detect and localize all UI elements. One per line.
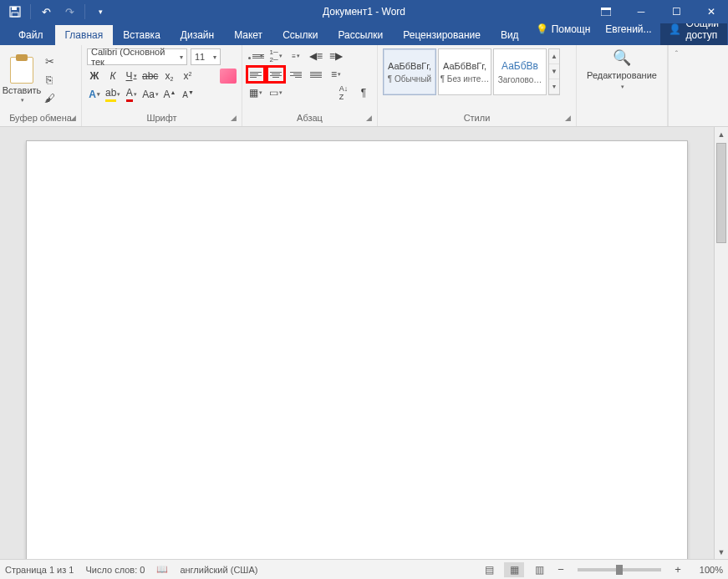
collapse-ribbon-button[interactable]: ˆ xyxy=(668,45,685,126)
highlight-button[interactable]: ab▾ xyxy=(105,87,120,102)
group-paragraph: ▾ 1─2─▾ ≡▾ ◀≡ ≡▶ ≡▾ ▦▾ ▭▾ A↓Z ¶ Абзац xyxy=(242,45,378,126)
language-status[interactable]: английский (США) xyxy=(180,565,257,575)
numbering-button[interactable]: 1─2─▾ xyxy=(267,48,284,63)
tab-design[interactable]: Дизайн xyxy=(171,25,224,45)
group-label: Шрифт xyxy=(87,111,237,124)
page[interactable] xyxy=(26,140,688,559)
clipboard-launcher[interactable]: ◢ xyxy=(68,113,78,123)
tab-mailings[interactable]: Рассылки xyxy=(328,25,393,45)
group-label: Стили xyxy=(383,111,571,124)
styles-launcher[interactable]: ◢ xyxy=(563,113,573,123)
bullets-button[interactable]: ▾ xyxy=(247,48,264,63)
paragraph-launcher[interactable]: ◢ xyxy=(364,113,374,123)
share-icon: 👤 xyxy=(669,23,681,35)
subscript-button[interactable]: x2 xyxy=(161,69,176,84)
zoom-in-button[interactable]: + xyxy=(671,563,685,576)
window-controls: ─ ☐ ✕ xyxy=(589,1,728,23)
format-painter-button[interactable]: 🖌 xyxy=(42,92,57,105)
undo-button[interactable]: ↶ xyxy=(36,2,56,22)
web-layout-button[interactable]: ▥ xyxy=(529,562,549,577)
cut-button[interactable]: ✂ xyxy=(42,55,57,69)
tab-references[interactable]: Ссылки xyxy=(272,25,328,45)
clear-formatting-button[interactable] xyxy=(220,69,237,84)
svg-rect-1 xyxy=(12,7,17,10)
change-case-button[interactable]: Aa▾ xyxy=(142,87,159,102)
show-marks-button[interactable]: ¶ xyxy=(355,85,372,100)
superscript-button[interactable]: x2 xyxy=(180,69,195,84)
status-bar: Страница 1 из 1 Число слов: 0 📖 английск… xyxy=(0,559,728,579)
group-editing: 🔍 Редактирование ▾ xyxy=(577,45,668,126)
font-name-combo[interactable]: Calibri (Основной тек▾ xyxy=(87,48,187,65)
zoom-slider[interactable] xyxy=(578,568,661,571)
copy-button[interactable]: ⎘ xyxy=(42,74,57,87)
document-area: ▲ ▼ xyxy=(0,127,728,559)
tab-file[interactable]: Файл xyxy=(7,25,55,45)
bold-button[interactable]: Ж xyxy=(87,69,102,84)
styles-gallery-scroll[interactable]: ▲▼▾ xyxy=(548,48,560,95)
vertical-scrollbar[interactable]: ▲ ▼ xyxy=(714,127,728,559)
align-left-button[interactable] xyxy=(247,67,264,82)
close-button[interactable]: ✕ xyxy=(695,1,728,23)
lightbulb-icon: 💡 xyxy=(536,23,548,35)
redo-button[interactable]: ↷ xyxy=(59,2,79,22)
underline-button[interactable]: Ч▾ xyxy=(124,69,139,84)
tab-insert[interactable]: Вставка xyxy=(113,25,171,45)
style-heading1[interactable]: АаБбВв Заголово… xyxy=(493,48,547,95)
document-viewport[interactable] xyxy=(0,127,714,559)
line-spacing-button[interactable]: ≡▾ xyxy=(328,67,344,82)
tell-me-button[interactable]: 💡Помощн xyxy=(529,23,598,35)
ribbon: Вставить ▾ ✂ ⎘ 🖌 Буфер обмена ◢ Calibri … xyxy=(0,45,728,127)
ribbon-display-button[interactable] xyxy=(589,1,623,23)
group-label: Буфер обмена xyxy=(5,111,76,124)
italic-button[interactable]: К xyxy=(105,69,120,84)
tab-home[interactable]: Главная xyxy=(55,25,114,45)
tab-review[interactable]: Рецензирование xyxy=(393,25,491,45)
zoom-out-button[interactable]: − xyxy=(554,563,568,576)
scroll-up-button[interactable]: ▲ xyxy=(715,127,728,141)
align-center-button[interactable] xyxy=(267,67,284,82)
scroll-thumb[interactable] xyxy=(716,143,726,243)
title-bar: ↶ ↷ ▾ Документ1 - Word ─ ☐ ✕ xyxy=(0,0,728,23)
font-color-button[interactable]: A▾ xyxy=(124,87,139,102)
tab-layout[interactable]: Макет xyxy=(224,25,272,45)
read-mode-button[interactable]: ▤ xyxy=(479,562,499,577)
page-status[interactable]: Страница 1 из 1 xyxy=(5,565,74,575)
shrink-font-button[interactable]: A▼ xyxy=(181,87,196,102)
find-icon: 🔍 xyxy=(613,48,631,67)
borders-button[interactable]: ▭▾ xyxy=(267,85,284,100)
paste-button[interactable]: Вставить ▾ xyxy=(5,48,38,111)
group-font: Calibri (Основной тек▾ 11▾ Ж К Ч▾ abc x2… xyxy=(82,45,242,126)
text-effects-button[interactable]: A▾ xyxy=(87,87,102,102)
increase-indent-button[interactable]: ≡▶ xyxy=(328,48,344,63)
ribbon-tab-strip: Файл Главная Вставка Дизайн Макет Ссылки… xyxy=(0,23,728,45)
qat-customize-button[interactable]: ▾ xyxy=(90,2,110,22)
group-label: Абзац xyxy=(247,111,372,124)
user-account[interactable]: Евгений... xyxy=(598,23,658,35)
style-normal[interactable]: АаБбВвГг, ¶ Обычный xyxy=(383,48,436,95)
minimize-button[interactable]: ─ xyxy=(624,1,658,23)
strikethrough-button[interactable]: abc xyxy=(142,69,158,84)
editing-menu-button[interactable]: 🔍 Редактирование ▾ xyxy=(582,48,662,90)
clipboard-icon xyxy=(10,57,33,84)
justify-button[interactable] xyxy=(308,67,324,82)
font-launcher[interactable]: ◢ xyxy=(228,113,238,123)
print-layout-button[interactable]: ▦ xyxy=(504,562,524,577)
window-title: Документ1 - Word xyxy=(323,6,405,18)
zoom-level[interactable]: 100% xyxy=(690,565,723,575)
font-size-combo[interactable]: 11▾ xyxy=(191,48,221,65)
spellcheck-icon[interactable]: 📖 xyxy=(156,564,168,575)
style-no-spacing[interactable]: АаБбВвГг, ¶ Без инте… xyxy=(438,48,491,95)
scroll-down-button[interactable]: ▼ xyxy=(715,545,728,559)
shading-button[interactable]: ▦▾ xyxy=(247,85,264,100)
maximize-button[interactable]: ☐ xyxy=(659,1,693,23)
word-count[interactable]: Число слов: 0 xyxy=(85,565,145,575)
grow-font-button[interactable]: A▲ xyxy=(162,87,177,102)
align-right-button[interactable] xyxy=(288,67,304,82)
multilevel-list-button[interactable]: ≡▾ xyxy=(288,48,304,63)
group-clipboard: Вставить ▾ ✂ ⎘ 🖌 Буфер обмена ◢ xyxy=(0,45,82,126)
sort-button[interactable]: A↓Z xyxy=(335,85,352,100)
group-styles: АаБбВвГг, ¶ Обычный АаБбВвГг, ¶ Без инте… xyxy=(378,45,577,126)
save-button[interactable] xyxy=(5,2,25,22)
decrease-indent-button[interactable]: ◀≡ xyxy=(308,48,324,63)
tab-view[interactable]: Вид xyxy=(491,25,529,45)
